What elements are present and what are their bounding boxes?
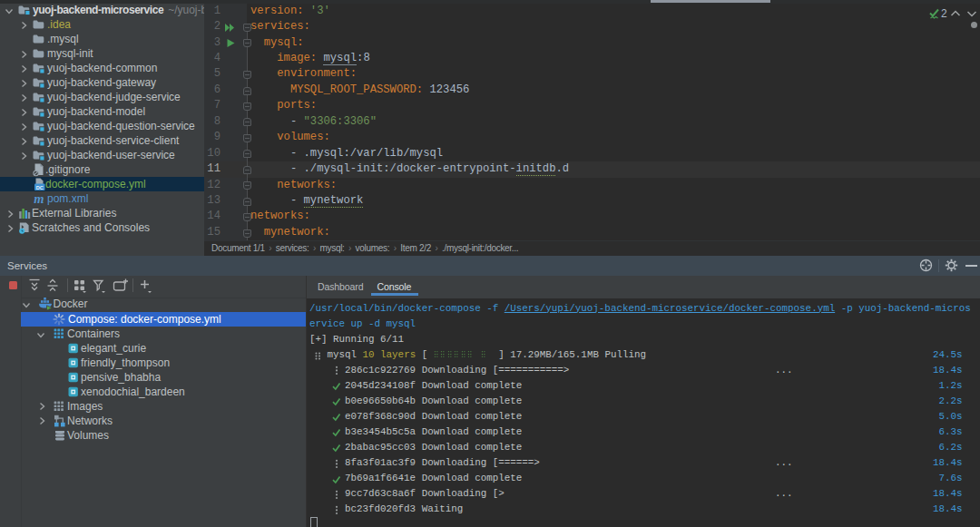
- svg-text:m: m: [34, 191, 44, 206]
- svg-text:DC: DC: [36, 185, 44, 190]
